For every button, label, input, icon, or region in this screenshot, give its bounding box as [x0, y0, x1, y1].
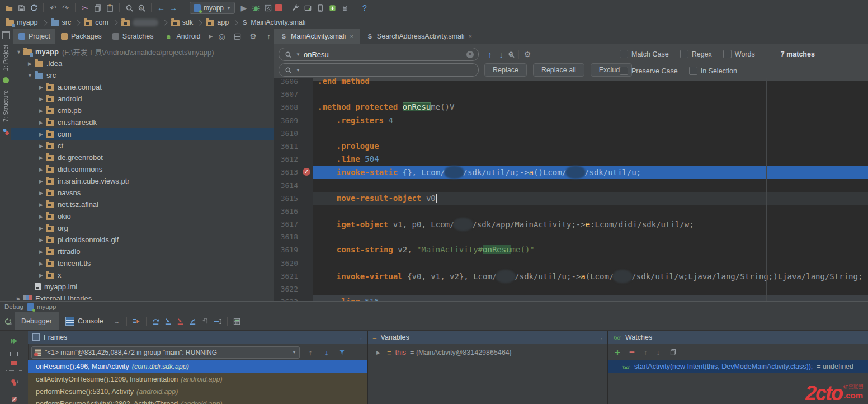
checkbox[interactable]: [620, 50, 628, 58]
android-icon[interactable]: [339, 2, 351, 13]
find-all-icon[interactable]: A: [507, 50, 516, 59]
line-number[interactable]: 3616: [274, 205, 313, 218]
locate-icon[interactable]: ◎: [216, 31, 228, 42]
expand-arrow[interactable]: ▶: [36, 155, 46, 161]
project-tree-item[interactable]: ▶.idea: [11, 58, 274, 69]
redo-icon[interactable]: ↷: [60, 2, 71, 13]
line-number[interactable]: 3609: [274, 114, 313, 127]
open-folder-icon[interactable]: [3, 2, 15, 13]
view-breakpoints-icon[interactable]: [8, 377, 20, 388]
checkbox[interactable]: [680, 50, 688, 58]
undo-icon[interactable]: ↶: [48, 2, 59, 13]
back-icon[interactable]: ←: [155, 2, 167, 13]
option-regex[interactable]: Regex: [680, 50, 712, 58]
line-number[interactable]: 3623: [274, 295, 313, 301]
duplicate-watch-icon[interactable]: [669, 348, 678, 357]
help-icon[interactable]: ?: [359, 2, 370, 13]
expand-arrow[interactable]: ▶: [36, 167, 46, 172]
line-number[interactable]: 3608: [274, 101, 313, 114]
coverage-icon[interactable]: [263, 2, 274, 13]
project-tree-item[interactable]: ▶tencent.tls: [11, 257, 274, 269]
step-over-icon[interactable]: [150, 316, 162, 327]
project-tree-item[interactable]: ▶com: [11, 128, 274, 140]
option-match-case[interactable]: Match Case: [620, 50, 669, 58]
project-tree-item[interactable]: ▶android: [11, 93, 274, 105]
expand-arrow[interactable]: ▶: [25, 61, 35, 67]
pause-icon[interactable]: [10, 352, 18, 356]
expand-arrow[interactable]: ▶: [374, 350, 383, 355]
tab-android[interactable]: Android: [159, 29, 205, 44]
close-icon[interactable]: ×: [469, 33, 472, 40]
show-execution-point-icon[interactable]: [131, 316, 142, 327]
sidebar-item-structure[interactable]: 7: Structure: [2, 90, 9, 122]
breadcrumb-item[interactable]: src: [51, 18, 72, 26]
copy-icon[interactable]: [92, 2, 103, 13]
remove-watch-icon[interactable]: −: [629, 347, 635, 358]
search-history-chevron-icon[interactable]: ▼: [296, 52, 300, 57]
option-words[interactable]: Words: [723, 50, 755, 58]
expand-arrow[interactable]: ▶: [36, 273, 46, 278]
evaluate-expression-icon[interactable]: [232, 316, 243, 327]
checkbox[interactable]: [723, 50, 732, 58]
project-tree-item[interactable]: ▶navsns: [11, 187, 274, 199]
panel-arrow-icon[interactable]: →: [597, 334, 603, 341]
project-tree-item[interactable]: ▶pl.droidsonroids.gif: [11, 234, 274, 246]
project-tree-item[interactable]: ▶External Libraries: [11, 293, 274, 300]
expand-arrow[interactable]: ▶: [36, 84, 46, 90]
expand-arrow[interactable]: ▶: [36, 190, 46, 196]
option-in-selection[interactable]: In Selection: [689, 67, 737, 75]
project-tree-item[interactable]: ▶de.greenrobot: [11, 152, 274, 163]
project-tree-item[interactable]: ▶cn.sharesdk: [11, 116, 274, 128]
editor-tab[interactable]: SSearchAddressActivity.smali×: [360, 29, 479, 44]
expand-arrow[interactable]: ▶: [36, 131, 46, 137]
line-number[interactable]: 3619: [274, 243, 313, 256]
previous-occurrence-icon[interactable]: ↑: [484, 49, 496, 60]
expand-arrow[interactable]: ▶: [36, 226, 46, 231]
breadcrumb-item[interactable]: myapp: [6, 18, 38, 26]
replace-all-button[interactable]: Replace all: [533, 63, 584, 77]
sidebar-item-project[interactable]: 1: Project: [2, 45, 9, 71]
next-occurrence-icon[interactable]: ↓: [496, 49, 507, 60]
line-number[interactable]: 3610: [274, 127, 313, 140]
step-into-icon[interactable]: [163, 316, 174, 327]
stop-icon[interactable]: [11, 361, 17, 365]
expand-arrow[interactable]: ▶: [36, 237, 46, 243]
more-tabs-icon[interactable]: ▶: [206, 34, 216, 39]
line-number[interactable]: 3621: [274, 270, 313, 283]
collapse-all-icon[interactable]: ↑: [263, 31, 275, 42]
line-number[interactable]: 3618: [274, 231, 313, 243]
project-tree-item[interactable]: ▶rttradio: [11, 246, 274, 257]
breadcrumb-item[interactable]: sdk: [171, 18, 193, 26]
breadcrumb-item[interactable]: app: [206, 18, 229, 26]
expand-arrow[interactable]: ▶: [36, 202, 46, 208]
expand-arrow[interactable]: ▶: [36, 143, 46, 149]
project-tree-item[interactable]: ▶in.srain.cube.views.ptr: [11, 175, 274, 187]
project-tree-item[interactable]: myapp.iml: [11, 281, 274, 293]
project-tree-item[interactable]: ▶cmb.pb: [11, 105, 274, 116]
search-settings-gear-icon[interactable]: ⚙: [522, 49, 533, 60]
search-input[interactable]: ▼ onResu ✕: [279, 48, 479, 61]
cut-icon[interactable]: ✂: [79, 2, 91, 13]
android-install-icon[interactable]: [327, 2, 338, 13]
frame-up-icon[interactable]: ↑: [305, 347, 316, 358]
expand-arrow[interactable]: ▶: [36, 96, 46, 102]
panel-arrow-icon[interactable]: →: [357, 334, 363, 341]
stack-frame-row[interactable]: onResume():496, MainActivity(com.didi.sd…: [28, 360, 367, 373]
tab-debugger[interactable]: Debugger: [15, 312, 59, 330]
line-number[interactable]: 3615: [274, 192, 313, 205]
line-number[interactable]: 3611: [274, 140, 313, 153]
line-number[interactable]: 3606: [274, 78, 313, 88]
frame-down-icon[interactable]: ↓: [321, 347, 332, 358]
stack-frame-row[interactable]: callActivityOnResume():1209, Instrumenta…: [28, 373, 367, 385]
line-number[interactable]: 3613✓: [274, 166, 313, 178]
line-number[interactable]: 3622: [274, 283, 313, 295]
breadcrumb-item[interactable]: SMainActivity.smali: [242, 18, 305, 26]
sdk-manager-icon[interactable]: [290, 2, 301, 13]
rerun-icon[interactable]: [2, 316, 13, 327]
thread-select[interactable]: "<1> main"@831,425,088,472 in group "mai…: [31, 346, 300, 359]
tab-packages[interactable]: Packages: [56, 29, 107, 44]
replace-input[interactable]: ▼: [279, 63, 479, 77]
avd-manager-icon[interactable]: [303, 2, 314, 13]
drop-frame-icon[interactable]: [200, 316, 211, 327]
project-tree-item[interactable]: ▼myapp(F:\开发工具\Android\smalidea\projects…: [11, 46, 274, 58]
